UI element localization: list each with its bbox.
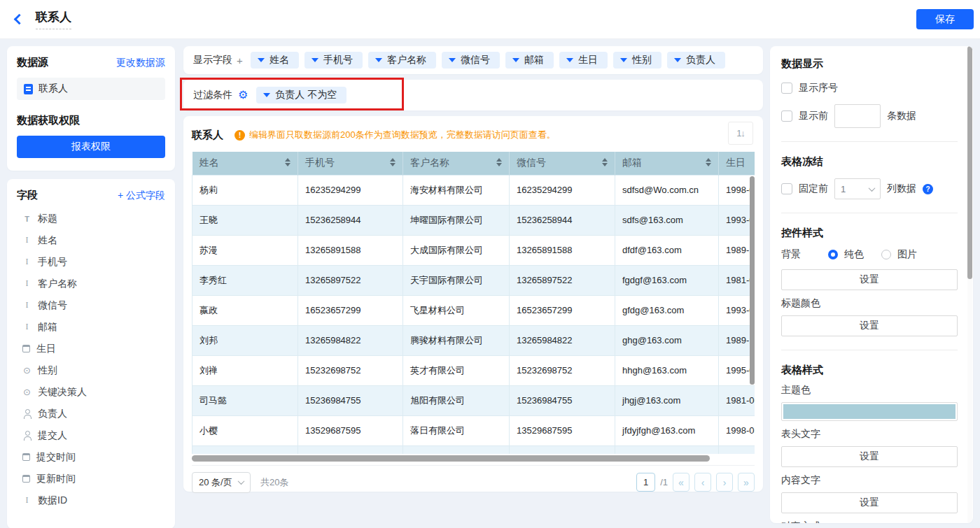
column-header-label: 微信号 [517, 157, 546, 168]
save-button[interactable]: 保存 [916, 9, 974, 29]
field-item[interactable]: 生日 [17, 338, 165, 359]
table-row[interactable]: 嬴政16523657299飞星材料公司16523657299gfdg@163.c… [192, 295, 755, 325]
column-header[interactable]: 客户名称 [403, 152, 510, 175]
field-item-label: 数据ID [38, 494, 67, 507]
column-header[interactable]: 姓名 [192, 152, 298, 175]
prev-page-button[interactable]: ‹ [694, 473, 711, 492]
back-icon[interactable] [14, 14, 25, 25]
filter-condition-label: 负责人 不为空 [275, 89, 337, 101]
image-radio[interactable] [881, 250, 891, 259]
solid-color-radio[interactable] [828, 250, 838, 259]
table-style-title: 表格样式 [781, 364, 958, 377]
table-row[interactable]: 小樱13529687595落日有限公司13529687595jfdyjfgh@1… [192, 415, 755, 445]
page-number-input[interactable] [636, 473, 655, 492]
title-color-set-button[interactable]: 设置 [781, 315, 958, 336]
field-item[interactable]: 标题 [17, 208, 165, 229]
column-header[interactable]: 微信号 [510, 152, 615, 175]
column-header[interactable]: 手机号 [298, 152, 403, 175]
freeze-title: 表格冻结 [781, 155, 958, 169]
vertical-scrollbar[interactable] [750, 176, 755, 385]
change-datasource-link[interactable]: 更改数据源 [116, 57, 165, 69]
chevron-down-icon [312, 58, 318, 62]
person-icon [22, 431, 31, 441]
header-text-set-button[interactable]: 设置 [781, 446, 958, 467]
display-field-chip[interactable]: 姓名 [251, 52, 299, 69]
field-list: 标题姓名手机号客户名称微信号邮箱生日性别关键决策人负责人提交人提交时间更新时间数… [17, 208, 165, 511]
table-row[interactable]: 苏漫13265891588大成国际有限公司13265891588dfdf@163… [192, 235, 755, 265]
help-icon[interactable]: ? [923, 184, 933, 194]
filter-condition-chip[interactable]: 负责人 不为空 [256, 87, 346, 104]
table-cell: 16523657299 [510, 295, 615, 325]
column-header[interactable]: 生日 [719, 152, 755, 175]
field-item-label: 标题 [38, 213, 57, 225]
horizontal-scrollbar-thumb[interactable] [192, 455, 710, 462]
document-icon [24, 84, 33, 94]
display-field-chip[interactable]: 性别 [613, 52, 662, 69]
display-field-chip[interactable]: 生日 [559, 52, 608, 69]
field-item[interactable]: 微信号 [17, 294, 165, 316]
horizontal-scrollbar [192, 455, 755, 462]
field-item[interactable]: 邮箱 [17, 316, 165, 338]
report-permission-button[interactable]: 报表权限 [17, 136, 165, 158]
field-item-label: 客户名称 [38, 278, 77, 290]
freeze-count-value: 1 [841, 184, 846, 194]
settings-sidebar: 数据显示 显示序号 显示前 条数据 表格冻结 固定前 1 列数据 ? 控件样式 … [770, 46, 973, 523]
column-header[interactable]: 邮箱 [615, 152, 719, 175]
add-formula-field-link[interactable]: + 公式字段 [118, 190, 165, 202]
sort-order-icon[interactable] [728, 122, 753, 145]
table-row[interactable]: 刘邦13265984822腾骏材料有限公司13265984822ghg@163.… [192, 325, 755, 355]
table-row[interactable]: 李秀红13265897522天宇国际有限公司13265897522fgdgf@1… [192, 265, 755, 295]
field-item[interactable]: 数据ID [17, 490, 165, 511]
field-item[interactable]: 手机号 [17, 251, 165, 273]
last-page-button[interactable]: » [738, 473, 755, 492]
table-row[interactable]: 王晓15236258944坤曜国际有限公司15236258944sdfs@163… [192, 205, 755, 235]
field-item[interactable]: 提交时间 [17, 446, 165, 468]
sidebar-scrollbar-thumb[interactable] [967, 46, 972, 279]
column-header-label: 生日 [726, 157, 746, 168]
chevron-down-icon [566, 58, 573, 62]
field-item[interactable]: 更新时间 [17, 468, 165, 490]
table-cell: 苏漫 [192, 235, 298, 265]
show-first-checkbox[interactable] [781, 110, 792, 122]
table-row[interactable]: 刘禅15232698752英才有限公司15232698752hhgh@163.c… [192, 355, 755, 385]
table-cell: 坤曜国际有限公司 [403, 205, 510, 235]
sort-caret-icon[interactable] [285, 158, 290, 166]
field-item[interactable]: 关键决策人 [17, 381, 165, 403]
background-set-button[interactable]: 设置 [781, 269, 958, 290]
field-item[interactable]: 姓名 [17, 229, 165, 251]
field-item[interactable]: 性别 [17, 359, 165, 381]
table-cell: 15236258944 [510, 205, 615, 235]
sort-caret-icon[interactable] [706, 158, 711, 166]
gear-icon[interactable]: ⚙ [238, 90, 248, 101]
datasource-item-label: 联系人 [38, 83, 68, 95]
display-field-chips: 姓名手机号客户名称微信号邮箱生日性别负责人 [251, 52, 753, 69]
field-item[interactable]: 提交人 [17, 424, 165, 446]
first-page-button[interactable]: « [673, 473, 690, 492]
sort-caret-icon[interactable] [602, 158, 608, 166]
content-text-set-button[interactable]: 设置 [781, 492, 958, 513]
show-first-count-input[interactable] [834, 104, 881, 128]
sort-caret-icon[interactable] [496, 158, 502, 166]
freeze-checkbox[interactable] [781, 183, 792, 194]
display-field-chip[interactable]: 微信号 [442, 52, 500, 69]
table-row[interactable]: 司马懿15236984755旭阳有限公司15236984755jhgj@163.… [192, 385, 755, 415]
page-size-select[interactable]: 20 条/页 [192, 472, 251, 493]
freeze-count-select[interactable]: 1 [834, 178, 881, 199]
table-cell: 王晓 [192, 205, 298, 235]
sort-caret-icon[interactable] [390, 158, 396, 166]
table-cell: 嬴政 [192, 295, 298, 325]
warning-icon: ! [234, 130, 245, 141]
datasource-item[interactable]: 联系人 [17, 78, 165, 100]
field-item[interactable]: 客户名称 [17, 273, 165, 294]
add-display-field-button[interactable]: + [237, 55, 243, 66]
next-page-button[interactable]: › [716, 473, 733, 492]
display-field-chip[interactable]: 手机号 [304, 52, 363, 69]
theme-color-swatch[interactable] [781, 402, 958, 421]
display-field-chip[interactable]: 负责人 [667, 52, 725, 69]
show-index-checkbox[interactable] [781, 83, 792, 94]
field-item[interactable]: 负责人 [17, 403, 165, 424]
display-field-chip[interactable]: 邮箱 [505, 52, 554, 69]
display-field-chip[interactable]: 客户名称 [368, 52, 436, 69]
field-item-label: 提交人 [38, 429, 67, 442]
table-row[interactable]: 杨莉16235294299海安材料有限公司16235294299sdfsd@Wo… [192, 175, 755, 205]
